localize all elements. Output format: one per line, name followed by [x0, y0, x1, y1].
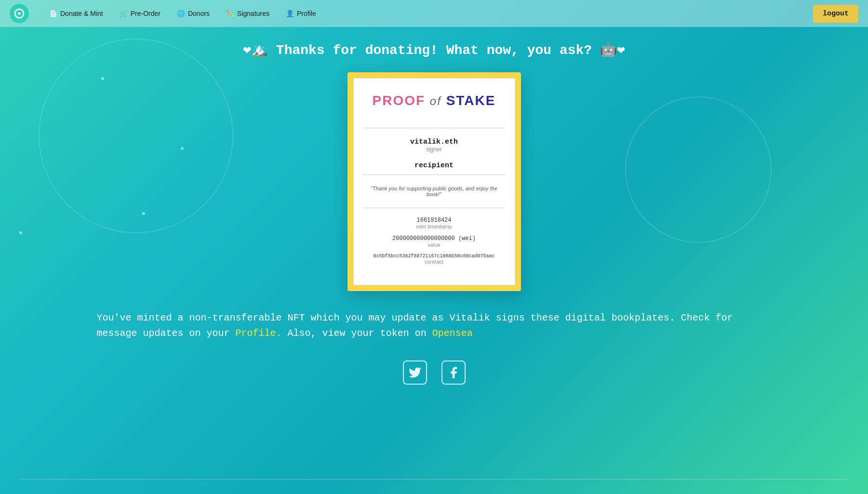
- nav-item-donate-mint[interactable]: 📄 Donate & Mint: [43, 7, 109, 20]
- certificate-inner: PROOF of STAKE vitalik.eth signer recipi…: [353, 78, 515, 285]
- cert-signer-label: signer: [426, 146, 442, 153]
- heading-text: Thanks for donating! What now, you ask?: [276, 43, 592, 58]
- cert-title-proof: PROOF: [373, 93, 426, 108]
- cert-timestamp-value: 1661918424: [416, 217, 451, 224]
- opensea-link[interactable]: Opensea: [432, 328, 473, 339]
- profile-label: Profile: [297, 10, 316, 17]
- certificate-title: PROOF of STAKE: [373, 93, 496, 108]
- nav-item-donors[interactable]: 🌐 Donors: [171, 7, 215, 20]
- cert-title-of: of: [430, 94, 441, 107]
- profile-icon: 👤: [286, 10, 294, 17]
- cert-value-amount: 200000000000000000 (wei): [392, 235, 476, 242]
- donate-mint-icon: 📄: [49, 10, 57, 17]
- signatures-icon: ✏️: [226, 10, 234, 17]
- logout-button[interactable]: logout: [813, 5, 858, 23]
- facebook-button[interactable]: [441, 360, 466, 385]
- bottom-description: You've minted a non-transferable NFT whi…: [97, 310, 772, 341]
- cert-divider-1: [363, 128, 505, 128]
- cert-contract-label: contract: [425, 259, 443, 265]
- bottom-text-middle: Also, view your token on: [288, 328, 427, 339]
- certificate-card: PROOF of STAKE vitalik.eth signer recipi…: [347, 72, 521, 291]
- nav-item-pre-order[interactable]: 🛒 Pre-Order: [114, 7, 166, 20]
- cert-divider-2: [363, 174, 505, 175]
- cert-divider-3: [363, 208, 505, 208]
- nav-item-profile[interactable]: 👤 Profile: [280, 7, 322, 20]
- donors-label: Donors: [188, 10, 210, 17]
- pre-order-icon: 🛒: [120, 10, 128, 17]
- navbar: 📄 Donate & Mint 🛒 Pre-Order 🌐 Donors ✏️ …: [0, 0, 868, 27]
- cert-value-label: value: [427, 242, 440, 248]
- twitter-icon: [408, 366, 422, 379]
- signatures-label: Signatures: [237, 10, 269, 17]
- nav-item-signatures[interactable]: ✏️ Signatures: [220, 7, 275, 20]
- nav-links: 📄 Donate & Mint 🛒 Pre-Order 🌐 Donors ✏️ …: [43, 7, 813, 20]
- page-heading: ❤️🏔️ Thanks for donating! What now, you …: [243, 41, 625, 58]
- heading-emoji-left: ❤️🏔️: [243, 43, 268, 58]
- site-logo[interactable]: [10, 4, 29, 23]
- heading-emoji-right: 🤖❤️: [600, 43, 625, 58]
- cert-contract-address: 0x5bf5bcc5362f88721167c1068b58c60cad075a…: [373, 254, 494, 259]
- twitter-button[interactable]: [403, 360, 427, 385]
- facebook-icon: [447, 366, 460, 379]
- social-icons-container: [403, 360, 466, 385]
- donate-mint-label: Donate & Mint: [60, 10, 103, 17]
- cert-title-stake: STAKE: [446, 93, 496, 108]
- cert-quote: "Thank you for supporting public goods, …: [363, 186, 505, 197]
- donors-icon: 🌐: [177, 10, 185, 17]
- pre-order-label: Pre-Order: [131, 10, 160, 17]
- profile-link[interactable]: Profile.: [236, 328, 282, 339]
- cert-timestamp-label: mint timestamp: [416, 224, 452, 229]
- main-content: ❤️🏔️ Thanks for donating! What now, you …: [0, 27, 868, 414]
- cert-recipient-value: recipient: [414, 161, 454, 170]
- cert-signer-value: vitalik.eth: [410, 138, 458, 146]
- footer-divider: [19, 479, 849, 480]
